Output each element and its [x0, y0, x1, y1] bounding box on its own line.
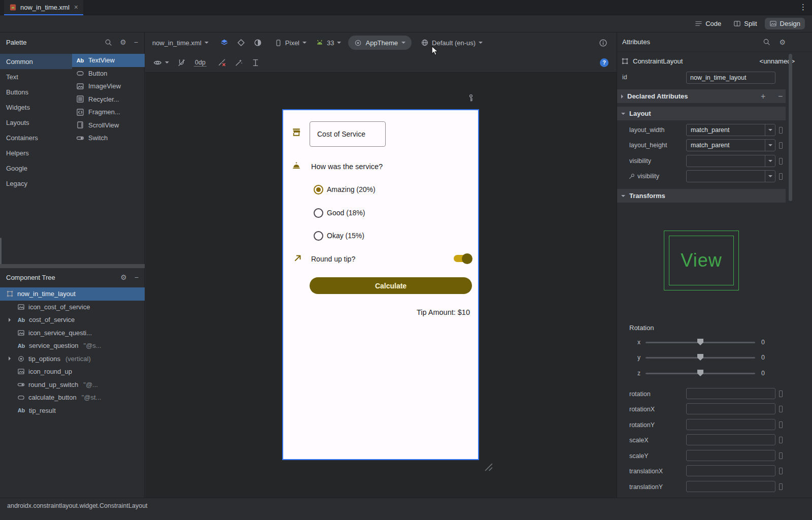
- resize-handle[interactable]: [483, 462, 494, 473]
- chevron-down-icon[interactable]: [765, 155, 775, 167]
- palette-category-legacy[interactable]: Legacy: [0, 176, 72, 191]
- layout-height-dropdown[interactable]: match_parent: [686, 139, 775, 151]
- add-attribute-icon[interactable]: +: [761, 92, 765, 101]
- tree-item-service-question[interactable]: Ab service_question "@s...: [0, 339, 145, 352]
- flag-icon[interactable]: [779, 437, 783, 443]
- layout-section[interactable]: Layout: [617, 107, 786, 120]
- tree-item-now-in-time-layout[interactable]: now_in_time_layout: [0, 287, 145, 301]
- tree-item-tip-options[interactable]: tip_options (vertical): [0, 352, 145, 366]
- flag-icon[interactable]: [779, 421, 783, 428]
- flag-icon[interactable]: [779, 173, 783, 180]
- device-screen[interactable]: Cost of Service How was the service? Ama…: [282, 109, 479, 460]
- palette-search-icon[interactable]: [105, 39, 112, 46]
- attributes-search-icon[interactable]: [763, 38, 770, 46]
- slider-thumb[interactable]: [697, 354, 703, 361]
- tree-item-icon-cost-of-service[interactable]: icon_cost_of_service: [0, 301, 145, 314]
- tree-item-tip-result[interactable]: Ab tip_result: [0, 404, 145, 417]
- scaley-input[interactable]: [686, 450, 775, 461]
- palette-item-textview[interactable]: Ab TextView: [72, 54, 145, 67]
- pack-align-icon[interactable]: [251, 58, 260, 67]
- layout-width-dropdown[interactable]: match_parent: [686, 124, 775, 136]
- cost-of-service-field[interactable]: Cost of Service: [310, 121, 386, 147]
- palette-category-google[interactable]: Google: [0, 160, 72, 176]
- flag-icon[interactable]: [779, 127, 783, 134]
- palette-item-fragment[interactable]: Fragmen...: [72, 106, 145, 119]
- device-dropdown[interactable]: Pixel: [275, 39, 307, 47]
- palette-scrollbar[interactable]: [0, 238, 2, 266]
- palette-gear-icon[interactable]: ⚙: [120, 39, 126, 46]
- chevron-down-icon[interactable]: [765, 171, 775, 182]
- component-tree-minimize-icon[interactable]: −: [134, 274, 139, 281]
- round-up-switch[interactable]: [454, 255, 471, 262]
- tools-visibility-dropdown[interactable]: [686, 170, 775, 182]
- tree-item-icon-round-up[interactable]: icon_round_up: [0, 365, 145, 378]
- palette-category-helpers[interactable]: Helpers: [0, 145, 72, 160]
- flag-icon[interactable]: [779, 483, 783, 490]
- design-surface-icon[interactable]: [220, 38, 229, 47]
- radio-okay[interactable]: [314, 231, 323, 241]
- palette-category-widgets[interactable]: Widgets: [0, 100, 72, 115]
- radio-good[interactable]: [314, 208, 323, 218]
- radio-amazing[interactable]: [314, 185, 323, 194]
- radio-okay-label[interactable]: Okay (15%): [327, 231, 364, 241]
- view-mode-code[interactable]: Code: [690, 18, 726, 29]
- flag-icon[interactable]: [779, 391, 783, 397]
- tree-item-round-up-switch[interactable]: round_up_switch "@...: [0, 378, 145, 392]
- flag-icon[interactable]: [779, 142, 783, 149]
- flag-icon[interactable]: [779, 452, 783, 459]
- visibility-dropdown[interactable]: [686, 155, 775, 167]
- default-margin-control[interactable]: 0dp: [194, 59, 207, 67]
- transforms-section[interactable]: Transforms: [617, 189, 786, 203]
- palette-category-buttons[interactable]: Buttons: [0, 84, 72, 100]
- expand-chevron-icon[interactable]: [9, 356, 11, 361]
- issue-panel-icon[interactable]: [599, 39, 607, 47]
- tip-result-label[interactable]: Tip Amount: $10: [417, 308, 470, 316]
- night-mode-icon[interactable]: [253, 38, 262, 47]
- rotationx-input[interactable]: [686, 403, 775, 414]
- round-up-label[interactable]: Round up tip?: [311, 255, 355, 263]
- chevron-down-icon[interactable]: [765, 124, 775, 136]
- palette-item-scrollview[interactable]: ScrollView: [72, 119, 145, 132]
- locale-dropdown[interactable]: Default (en-us): [421, 39, 483, 47]
- tree-item-calculate-button[interactable]: calculate_button "@st...: [0, 391, 145, 404]
- palette-category-common[interactable]: Common: [0, 54, 72, 69]
- clear-constraints-icon[interactable]: [218, 58, 226, 67]
- palette-category-layouts[interactable]: Layouts: [0, 115, 72, 130]
- id-input[interactable]: [686, 72, 775, 84]
- service-question-label[interactable]: How was the service?: [311, 162, 383, 171]
- view-options-dropdown[interactable]: [153, 58, 169, 67]
- view-mode-split[interactable]: Split: [729, 18, 761, 29]
- palette-category-containers[interactable]: Containers: [0, 130, 72, 145]
- palette-item-button[interactable]: Button: [72, 67, 145, 80]
- palette-item-recyclerview[interactable]: Recycler...: [72, 93, 145, 106]
- calculate-button[interactable]: Calculate: [310, 277, 472, 294]
- file-dropdown[interactable]: now_in_time.xml: [152, 39, 209, 47]
- translationx-input[interactable]: [686, 465, 775, 476]
- tab-close-icon[interactable]: ×: [74, 3, 78, 11]
- declared-attributes-section[interactable]: Declared Attributes + −: [617, 89, 786, 103]
- infer-constraints-icon[interactable]: [234, 58, 243, 67]
- theme-dropdown[interactable]: AppTheme: [348, 36, 412, 50]
- tree-item-cost-of-service[interactable]: Ab cost_of_service: [0, 313, 145, 327]
- remove-attribute-icon[interactable]: −: [778, 92, 783, 101]
- key-icon[interactable]: [467, 94, 475, 102]
- rotation-input[interactable]: [686, 388, 775, 399]
- attributes-scrollbar[interactable]: [789, 54, 792, 201]
- design-canvas[interactable]: Cost of Service How was the service? Ama…: [145, 72, 617, 498]
- scalex-input[interactable]: [686, 434, 775, 445]
- tab-now-in-time-xml[interactable]: now_in_time.xml ×: [4, 0, 83, 15]
- palette-category-text[interactable]: Text: [0, 69, 72, 84]
- flag-icon[interactable]: [779, 406, 783, 412]
- panel-splitter[interactable]: [0, 264, 145, 268]
- radio-amazing-label[interactable]: Amazing (20%): [327, 185, 376, 194]
- slider-thumb[interactable]: [697, 339, 703, 345]
- flag-icon[interactable]: [779, 158, 783, 165]
- palette-minimize-icon[interactable]: −: [134, 39, 138, 46]
- chevron-down-icon[interactable]: [765, 140, 775, 151]
- flag-icon[interactable]: [779, 468, 783, 474]
- tree-item-icon-service-question[interactable]: icon_service_questi...: [0, 327, 145, 340]
- autoconnect-off-icon[interactable]: [177, 58, 186, 67]
- palette-item-switch[interactable]: Switch: [72, 132, 145, 145]
- api-level-dropdown[interactable]: 33: [316, 39, 341, 47]
- attributes-gear-icon[interactable]: ⚙: [779, 39, 786, 46]
